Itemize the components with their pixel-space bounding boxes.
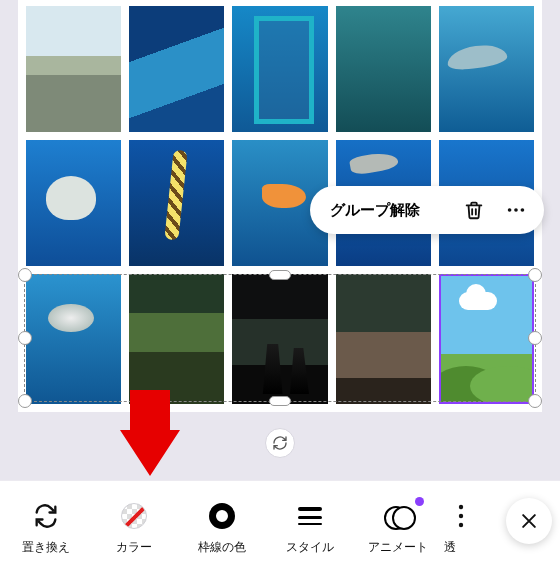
- toolbar-item-label: 置き換え: [22, 539, 70, 556]
- close-button[interactable]: [506, 498, 552, 544]
- toolbar-item-overflow[interactable]: 透: [442, 499, 478, 556]
- new-indicator-dot: [415, 497, 424, 506]
- replace-icon: [29, 499, 63, 533]
- grid-cell[interactable]: [336, 6, 431, 132]
- context-menu: グループ解除: [310, 186, 544, 234]
- animate-icon: [381, 499, 415, 533]
- grid-cell[interactable]: [129, 6, 224, 132]
- grid-cell[interactable]: [336, 274, 431, 404]
- grid-cell[interactable]: [232, 274, 327, 404]
- svg-point-6: [459, 523, 463, 527]
- grid-cell[interactable]: [129, 140, 224, 266]
- grid-cell[interactable]: [439, 6, 534, 132]
- toolbar-item-style[interactable]: スタイル: [266, 499, 354, 556]
- svg-point-4: [459, 505, 463, 509]
- toolbar-item-label: アニメート: [368, 539, 428, 556]
- color-icon: [117, 499, 151, 533]
- toolbar-item-replace[interactable]: 置き換え: [2, 499, 90, 556]
- border-color-icon: [205, 499, 239, 533]
- svg-point-5: [459, 514, 463, 518]
- svg-point-0: [508, 208, 512, 212]
- more-vertical-icon: [444, 499, 478, 533]
- toolbar-item-color[interactable]: カラー: [90, 499, 178, 556]
- grid-cell[interactable]: [26, 274, 121, 404]
- sync-button[interactable]: [265, 428, 295, 458]
- toolbar-item-label: スタイル: [286, 539, 334, 556]
- grid-cell[interactable]: [232, 6, 327, 132]
- trash-icon[interactable]: [460, 196, 488, 224]
- grid-cell[interactable]: [26, 140, 121, 266]
- more-icon[interactable]: [502, 196, 530, 224]
- bottom-toolbar: 置き換え カラー 枠線の色 スタイル アニメート 透: [0, 480, 560, 570]
- toolbar-item-border-color[interactable]: 枠線の色: [178, 499, 266, 556]
- toolbar-item-label: 透: [444, 539, 456, 556]
- ungroup-button[interactable]: グループ解除: [330, 201, 446, 220]
- toolbar-item-animate[interactable]: アニメート: [354, 499, 442, 556]
- svg-point-2: [521, 208, 525, 212]
- toolbar-item-label: カラー: [116, 539, 152, 556]
- style-icon: [293, 499, 327, 533]
- svg-point-1: [514, 208, 518, 212]
- grid-cell[interactable]: [129, 274, 224, 404]
- grid-cell[interactable]: [26, 6, 121, 132]
- toolbar-item-label: 枠線の色: [198, 539, 246, 556]
- grid-cell-placeholder[interactable]: [439, 274, 534, 404]
